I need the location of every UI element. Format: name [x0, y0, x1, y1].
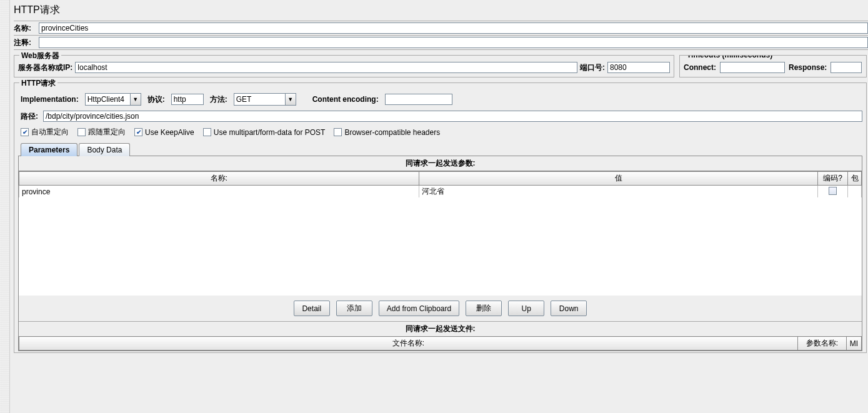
comment-label: 注释: [14, 37, 39, 48]
params-section-title: 同请求一起发送参数: [19, 156, 862, 171]
protocol-label: 协议: [147, 94, 165, 105]
chevron-down-icon[interactable]: ▼ [285, 93, 296, 106]
detail-button[interactable]: Detail [294, 301, 330, 316]
webserver-legend: Web服务器 [19, 51, 61, 61]
impl-combo[interactable]: ▼ [85, 93, 141, 106]
down-button[interactable]: Down [551, 301, 587, 316]
checkbox-icon [829, 187, 837, 195]
keepalive-label: Use KeepAlive [145, 128, 194, 137]
browser-compat-check[interactable]: Browser-compatible headers [334, 128, 440, 137]
path-label: 路径: [21, 111, 43, 122]
params-col-encode[interactable]: 编码? [818, 172, 848, 186]
files-section-title: 同请求一起发送文件: [19, 321, 862, 336]
method-label: 方法: [210, 94, 227, 105]
name-row: 名称: [14, 21, 868, 35]
checkbox-icon [203, 128, 211, 136]
files-table[interactable]: 文件名称: 参数名称: MI [19, 336, 862, 351]
follow-redirect-check[interactable]: 跟随重定向 [77, 127, 126, 137]
port-label: 端口号: [580, 62, 605, 73]
port-input[interactable] [607, 62, 670, 73]
params-col-name[interactable]: 名称: [19, 172, 419, 186]
checkbox-icon [334, 128, 342, 136]
impl-value[interactable] [85, 93, 130, 106]
auto-redirect-label: 自动重定向 [31, 127, 69, 137]
page-title: HTTP请求 [14, 4, 868, 17]
parameters-panel: 同请求一起发送参数: 名称: 值 编码? 包 [18, 156, 862, 351]
files-col-filename[interactable]: 文件名称: [19, 337, 798, 351]
param-encode-cell[interactable] [818, 186, 848, 198]
auto-redirect-check[interactable]: ✔ 自动重定向 [21, 127, 69, 137]
param-value-cell[interactable]: 河北省 [419, 186, 818, 198]
multipart-check[interactable]: Use multipart/form-data for POST [203, 128, 326, 137]
encoding-input[interactable] [385, 94, 452, 105]
param-include-cell[interactable] [848, 186, 862, 198]
host-input[interactable] [75, 62, 577, 73]
multipart-label: Use multipart/form-data for POST [214, 128, 326, 137]
checkbox-icon: ✔ [21, 128, 29, 136]
params-col-include[interactable]: 包 [848, 172, 862, 186]
name-label: 名称: [14, 23, 39, 34]
response-input[interactable] [831, 62, 862, 73]
delete-button[interactable]: 删除 [466, 301, 502, 316]
timeouts-group: Timeouts (milliseconds) Connect: Respons… [679, 55, 867, 77]
http-request-legend: HTTP请求 [19, 78, 57, 89]
tab-parameters[interactable]: Parameters [21, 143, 77, 156]
param-name-cell[interactable]: province [19, 186, 419, 198]
left-gutter [0, 0, 10, 413]
name-input[interactable] [39, 22, 868, 34]
response-label: Response: [789, 63, 827, 72]
tab-body-data[interactable]: Body Data [79, 143, 130, 156]
path-input[interactable] [43, 111, 862, 122]
checkbox-icon [77, 128, 86, 136]
method-combo[interactable]: ▼ [234, 93, 296, 106]
method-value[interactable] [234, 93, 285, 106]
encoding-label: Content encoding: [312, 95, 379, 104]
add-button[interactable]: 添加 [336, 301, 372, 316]
host-label: 服务器名称或IP: [18, 62, 72, 73]
protocol-input[interactable] [171, 94, 204, 105]
checkbox-icon: ✔ [134, 128, 142, 136]
timeouts-legend: Timeouts (milliseconds) [685, 55, 774, 59]
impl-label: Implementation: [21, 95, 79, 104]
add-from-clipboard-button[interactable]: Add from Clipboard [379, 301, 459, 316]
up-button[interactable]: Up [508, 301, 544, 316]
params-table[interactable]: 名称: 值 编码? 包 province 河北省 [19, 171, 862, 296]
params-col-value[interactable]: 值 [419, 172, 818, 186]
connect-label: Connect: [684, 63, 716, 72]
http-request-group: HTTP请求 Implementation: ▼ 协议: 方法: ▼ Conte… [14, 82, 867, 353]
files-col-mime[interactable]: MI [847, 337, 862, 351]
connect-input[interactable] [720, 62, 785, 73]
chevron-down-icon[interactable]: ▼ [130, 93, 141, 106]
table-row[interactable]: province 河北省 [19, 186, 862, 198]
files-col-paramname[interactable]: 参数名称: [798, 337, 847, 351]
keepalive-check[interactable]: ✔ Use KeepAlive [134, 128, 194, 137]
comment-row: 注释: [14, 35, 868, 50]
comment-input[interactable] [39, 37, 868, 48]
follow-redirect-label: 跟随重定向 [88, 127, 126, 137]
browser-compat-label: Browser-compatible headers [344, 128, 440, 137]
webserver-group: Web服务器 服务器名称或IP: 端口号: [14, 55, 674, 77]
